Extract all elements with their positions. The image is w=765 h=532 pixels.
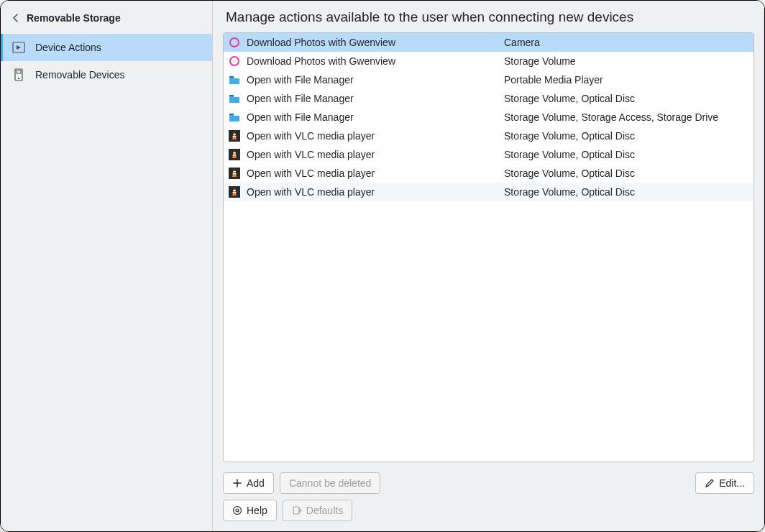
list-item[interactable]: Download Photos with Gwenview Storage Vo… [224,52,753,70]
sidebar-item-device-actions[interactable]: Device Actions [1,34,212,61]
plus-icon [232,478,242,488]
help-label: Help [247,505,267,516]
list-item[interactable]: Open with File Manager Storage Volume, S… [224,108,753,127]
folder-icon [228,73,241,86]
sidebar: Removable Storage Device Actions Removab… [1,1,213,531]
svg-rect-7 [229,95,234,96]
defaults-label: Defaults [306,505,343,516]
removable-devices-icon [12,68,25,81]
vlc-icon [228,129,241,142]
action-label: Download Photos with Gwenview [247,55,498,67]
add-label: Add [247,477,265,489]
device-label: Storage Volume, Optical Disc [504,130,749,142]
list-item[interactable]: Open with VLC media player Storage Volum… [224,164,753,183]
defaults-button: Defaults [283,500,352,521]
list-item[interactable]: Open with VLC media player Storage Volum… [224,183,753,201]
svg-point-21 [234,507,242,515]
device-label: Camera [504,37,749,48]
svg-point-22 [236,509,239,512]
button-bar: Add Cannot be deleted Edit... [213,468,764,531]
svg-point-4 [230,38,239,47]
action-label: Open with File Manager [247,111,498,123]
folder-icon [228,111,241,124]
svg-rect-20 [233,192,237,193]
svg-point-5 [230,57,239,65]
action-label: Open with VLC media player [247,186,498,198]
device-label: Storage Volume, Optical Disc [504,93,749,104]
action-label: Open with VLC media player [247,168,498,179]
device-actions-icon [12,41,25,54]
breadcrumb-label: Removable Storage [27,12,121,24]
list-item[interactable]: Open with VLC media player Storage Volum… [224,145,753,164]
folder-icon [228,92,241,105]
gwenview-icon [228,55,241,68]
list-item[interactable]: Open with File Manager Storage Volume, O… [224,89,753,108]
help-icon [232,505,242,515]
action-label: Open with VLC media player [247,149,498,160]
action-label: Open with File Manager [247,93,498,104]
defaults-icon [292,505,302,515]
sidebar-item-label: Removable Devices [35,69,125,81]
svg-rect-11 [233,136,237,137]
help-button[interactable]: Help [223,500,277,521]
pencil-icon [705,478,715,488]
delete-label: Cannot be deleted [289,477,371,489]
device-label: Storage Volume, Optical Disc [504,168,749,179]
device-label: Storage Volume [504,55,749,67]
device-label: Portable Media Player [504,74,749,86]
gwenview-icon [228,36,241,49]
device-label: Storage Volume, Storage Access, Storage … [504,111,749,123]
chevron-left-icon [11,13,21,23]
svg-rect-23 [293,507,299,514]
sidebar-item-label: Device Actions [35,42,101,53]
main-panel: Manage actions available to the user whe… [213,1,764,531]
actions-list[interactable]: Download Photos with Gwenview Camera Dow… [223,32,754,462]
vlc-icon [228,167,241,180]
svg-rect-13 [233,152,236,154]
svg-rect-8 [229,114,234,115]
sidebar-list: Device Actions Removable Devices [1,34,212,88]
vlc-icon [228,185,241,198]
edit-label: Edit... [719,477,745,489]
device-label: Storage Volume, Optical Disc [504,186,749,198]
device-label: Storage Volume, Optical Disc [504,149,749,160]
action-label: Download Photos with Gwenview [247,37,498,48]
delete-button: Cannot be deleted [280,472,380,494]
svg-rect-14 [233,155,237,156]
list-item[interactable]: Download Photos with Gwenview Camera [224,33,753,52]
edit-button[interactable]: Edit... [695,472,754,494]
svg-rect-16 [233,171,236,173]
action-label: Open with File Manager [247,74,498,86]
add-button[interactable]: Add [223,472,274,494]
svg-rect-6 [229,76,234,78]
action-label: Open with VLC media player [247,130,498,142]
vlc-icon [228,148,241,161]
settings-window: Removable Storage Device Actions Removab… [0,0,765,532]
sidebar-item-removable-devices[interactable]: Removable Devices [1,61,212,88]
svg-rect-3 [18,78,19,79]
svg-rect-19 [233,190,236,191]
page-title: Manage actions available to the user whe… [213,1,764,32]
list-item[interactable]: Open with VLC media player Storage Volum… [224,127,753,145]
svg-rect-17 [233,173,237,175]
svg-rect-2 [17,70,21,73]
breadcrumb[interactable]: Removable Storage [1,5,212,34]
svg-rect-10 [233,134,236,135]
list-item[interactable]: Open with File Manager Portable Media Pl… [224,70,753,89]
